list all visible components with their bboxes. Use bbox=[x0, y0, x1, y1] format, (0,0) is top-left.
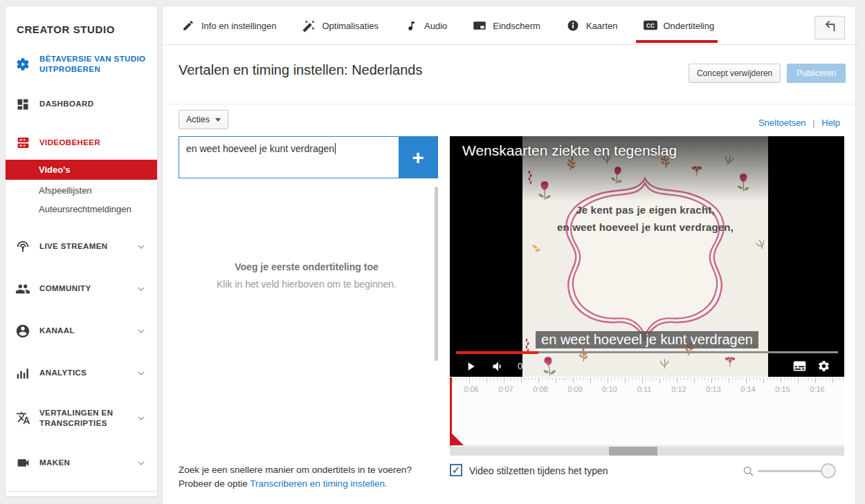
timeline-tick-label: 0:08 bbox=[529, 385, 552, 393]
chevron-down-icon bbox=[135, 412, 147, 424]
subtitle-list-scrollbar[interactable] bbox=[435, 187, 438, 361]
sidebar-subitem-afspeellijsten[interactable]: Afspeellijsten bbox=[6, 181, 157, 200]
tab-label: Optimalisaties bbox=[322, 21, 379, 31]
video-title-overlay: Wenskaarten ziekte en tegenslag bbox=[462, 142, 677, 159]
sidebar-item-label: VIDEOBEHEER bbox=[39, 138, 100, 148]
sidebar-item-mijn-bijdragen[interactable]: MIJN BIJDRAGEN bbox=[6, 498, 157, 504]
sidebar-item-label: MAKEN bbox=[39, 458, 70, 468]
zoom-slider-track[interactable] bbox=[758, 470, 828, 472]
pause-while-typing-label: Video stilzetten tijdens het typen bbox=[469, 465, 608, 476]
gear-play-icon bbox=[15, 57, 30, 72]
zoom-slider-thumb[interactable] bbox=[821, 463, 836, 478]
empty-state: Voeg je eerste ondertiteling toe Klik in… bbox=[179, 261, 435, 290]
text-caret bbox=[335, 143, 336, 154]
tab-optimalisaties[interactable]: Optimalisaties bbox=[302, 7, 379, 44]
player-controls: 0:05 / 0:23 bbox=[450, 355, 844, 377]
sidebar-item-kanaal[interactable]: KANAAL bbox=[6, 317, 157, 345]
subtitles-button[interactable] bbox=[792, 359, 807, 373]
timeline-tick-label: 0:10 bbox=[598, 385, 621, 393]
back-button[interactable] bbox=[814, 16, 845, 39]
sidebar-item-maken[interactable]: MAKEN bbox=[6, 449, 157, 477]
timeline-tick-label: 0:14 bbox=[736, 385, 760, 393]
add-subtitle-button[interactable]: + bbox=[399, 137, 437, 178]
community-icon bbox=[15, 281, 30, 297]
actions-dropdown-button[interactable]: Acties bbox=[179, 110, 228, 129]
chevron-down-icon bbox=[135, 325, 147, 337]
transcribe-link[interactable]: Transcriberen en timing instellen. bbox=[250, 478, 387, 489]
help-link[interactable]: Help bbox=[821, 118, 840, 128]
chevron-down-icon bbox=[135, 241, 147, 253]
timeline-tick-label: 0:15 bbox=[771, 385, 794, 393]
timeline-tick-label: 0:12 bbox=[667, 385, 691, 393]
info-icon bbox=[566, 19, 580, 32]
live-stream-icon bbox=[15, 239, 30, 254]
sidebar-item-community[interactable]: COMMUNITY bbox=[6, 275, 157, 303]
magic-wand-icon bbox=[302, 19, 316, 32]
sidebar-item-label: ANALYTICS bbox=[39, 368, 86, 378]
timeline-tick-label: 0:09 bbox=[563, 385, 587, 393]
tab-info-en-instellingen[interactable]: Info en instellingen bbox=[181, 7, 276, 44]
sidebar-item-label: DASHBOARD bbox=[39, 99, 93, 109]
sidebar-item-dashboard[interactable]: DASHBOARD bbox=[6, 91, 157, 118]
volume-button[interactable] bbox=[491, 360, 505, 373]
sidebar-item-beta-studio[interactable]: BÈTAVERSIE VAN STUDIO UITPROBEREN bbox=[6, 48, 157, 81]
sidebar-item-label: LIVE STREAMEN bbox=[39, 241, 108, 252]
pause-while-typing-checkbox[interactable]: ✓ bbox=[450, 464, 462, 476]
chevron-down-icon bbox=[135, 457, 147, 469]
endscreen-icon bbox=[473, 19, 486, 32]
tab-label: Audio bbox=[424, 21, 447, 31]
sidebar-item-live-streamen[interactable]: LIVE STREAMEN bbox=[6, 233, 157, 261]
transcribe-tip: Zoek je een snellere manier om ondertite… bbox=[179, 463, 446, 490]
tab-ondertiteling[interactable]: CC Ondertiteling bbox=[644, 7, 715, 44]
magnifier-icon bbox=[743, 465, 755, 480]
card-quote-line2: en weet hoeveel je kunt verdragen, bbox=[522, 218, 768, 236]
chevron-down-icon bbox=[135, 283, 147, 295]
tab-audio[interactable]: Audio bbox=[404, 7, 447, 44]
timeline-scrollbar-thumb[interactable] bbox=[609, 447, 657, 456]
sidebar-item-vertalingen[interactable]: VERTALINGEN EN TRANSCRIPTIES bbox=[6, 402, 157, 435]
analytics-icon bbox=[15, 366, 30, 381]
progress-played bbox=[456, 351, 538, 354]
checkmark-icon: ✓ bbox=[452, 465, 461, 475]
sidebar-item-videobeheer[interactable]: VIDEOBEHEER bbox=[6, 129, 157, 157]
subtitle-input-value: en weet hoeveel je kunt verdragen bbox=[186, 143, 334, 154]
videocam-icon bbox=[15, 456, 30, 471]
sidebar-item-label: COMMUNITY bbox=[39, 283, 91, 294]
tab-label: Ondertiteling bbox=[664, 21, 715, 31]
subtitle-input[interactable]: en weet hoeveel je kunt verdragen bbox=[179, 137, 399, 178]
video-player[interactable]: Je kent pas je eigen kracht, en weet hoe… bbox=[450, 136, 844, 377]
video-manager-icon bbox=[15, 136, 30, 151]
sidebar-divider bbox=[6, 491, 157, 492]
channel-person-icon bbox=[15, 324, 30, 339]
sidebar-item-analytics[interactable]: ANALYTICS bbox=[6, 360, 157, 387]
shortcut-links: Sneltoetsen | Help bbox=[758, 118, 840, 128]
timeline[interactable]: 0:060:070:080:090:100:110:120:130:140:15… bbox=[450, 377, 844, 446]
timeline-scrollbar[interactable] bbox=[450, 447, 844, 456]
publish-button[interactable]: Publiceren bbox=[787, 64, 846, 83]
sidebar-subitem-videos[interactable]: Video's bbox=[6, 160, 157, 180]
playhead-marker[interactable] bbox=[450, 431, 464, 445]
tab-label: Kaarten bbox=[586, 21, 618, 31]
timeline-tick-label: 0:13 bbox=[702, 385, 725, 393]
timeline-tick-label: 0:11 bbox=[632, 385, 656, 393]
empty-state-title: Voeg je eerste ondertiteling toe bbox=[179, 261, 435, 272]
settings-button[interactable] bbox=[817, 360, 830, 373]
timeline-tick-label: 0:07 bbox=[494, 385, 518, 393]
sidebar: CREATOR STUDIO BÈTAVERSIE VAN STUDIO UIT… bbox=[6, 7, 157, 496]
play-button[interactable] bbox=[464, 360, 477, 373]
time-display: 0:05 / 0:23 bbox=[518, 361, 560, 371]
delete-draft-button[interactable]: Concept verwijderen bbox=[689, 64, 781, 83]
header-divider bbox=[163, 104, 855, 104]
tab-label: Eindscherm bbox=[493, 21, 540, 31]
progress-bar[interactable] bbox=[456, 351, 838, 353]
creator-studio-brand: CREATOR STUDIO bbox=[6, 7, 157, 46]
sneltoetsen-link[interactable]: Sneltoetsen bbox=[758, 118, 806, 128]
tab-eindscherm[interactable]: Eindscherm bbox=[473, 7, 540, 44]
sidebar-subitem-auteursrechtmeldingen[interactable]: Auteursrechtmeldingen bbox=[6, 200, 157, 218]
card-quote-line1: Je kent pas je eigen kracht, bbox=[522, 201, 768, 218]
chevron-down-icon bbox=[135, 367, 147, 380]
main-panel: Info en instellingen Optimalisaties Audi… bbox=[163, 7, 855, 504]
tab-kaarten[interactable]: Kaarten bbox=[566, 7, 618, 44]
pencil-icon bbox=[181, 19, 195, 32]
link-separator: | bbox=[812, 118, 814, 128]
